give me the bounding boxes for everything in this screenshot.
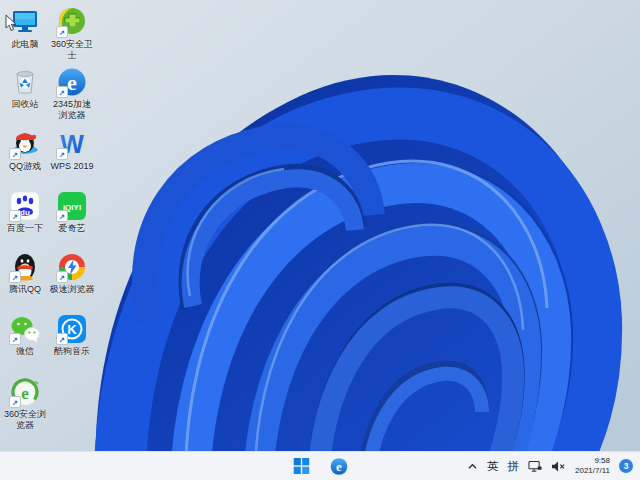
shortcut-arrow-overlay <box>56 333 68 345</box>
wechat-icon <box>9 313 41 345</box>
hidden-icons-chevron-icon[interactable] <box>467 462 478 471</box>
taskbar-center: e <box>291 452 350 480</box>
recycle-bin-icon <box>9 66 41 98</box>
desktop-icon-tencent-qq[interactable]: 腾讯QQ <box>2 251 48 295</box>
icon-label: WPS 2019 <box>49 161 95 172</box>
desktop-icon-kugou[interactable]: K 酷狗音乐 <box>49 313 95 357</box>
desktop-icon-360-safety[interactable]: 360安全卫士 <box>49 6 95 61</box>
shortcut-arrow-overlay <box>9 210 21 222</box>
shortcut-arrow-overlay <box>9 148 21 160</box>
browser-taskbar-button[interactable]: e <box>328 455 350 477</box>
icon-label: 酷狗音乐 <box>49 346 95 357</box>
icon-label: 百度一下 <box>2 223 48 234</box>
desktop-icon-wechat[interactable]: 微信 <box>2 313 48 357</box>
tencent-qq-icon <box>9 251 41 283</box>
taskbar: e 英 拼 9:58 2021/7/11 <box>0 451 640 480</box>
network-icon[interactable] <box>528 460 542 473</box>
360-browser-icon: e <box>9 376 41 408</box>
taskbar-tray: 英 拼 9:58 2021/7/11 3 <box>467 452 633 480</box>
kugou-icon: K <box>56 313 88 345</box>
windows-logo-icon <box>294 458 310 474</box>
ime-pinyin-indicator[interactable]: 拼 <box>508 459 520 474</box>
icon-label: 360安全卫士 <box>49 39 95 61</box>
shortcut-arrow-overlay <box>56 86 68 98</box>
desktop-icon-baidu[interactable]: du 百度一下 <box>2 190 48 234</box>
volume-muted-icon[interactable] <box>551 460 566 473</box>
desktop-icon-iqiyi[interactable]: iQIYI 爱奇艺 <box>49 190 95 234</box>
shortcut-arrow-overlay <box>56 271 68 283</box>
icon-label: 回收站 <box>2 99 48 110</box>
svg-text:e: e <box>336 459 342 474</box>
iqiyi-icon: iQIYI <box>56 190 88 222</box>
ime-english-indicator[interactable]: 英 <box>487 459 499 474</box>
speed-browser-icon <box>56 251 88 283</box>
svg-text:e: e <box>21 384 29 403</box>
clock-date: 2021/7/11 <box>575 466 610 476</box>
shortcut-arrow-overlay <box>9 396 21 408</box>
360-safety-icon <box>56 6 88 38</box>
shortcut-arrow-overlay <box>56 26 68 38</box>
desktop-icon-speed-browser[interactable]: 极速浏览器 <box>49 251 95 295</box>
icon-label: QQ游戏 <box>2 161 48 172</box>
desktop-icon-2345-browser[interactable]: e 2345加速浏览器 <box>49 66 95 121</box>
blue-e-browser-icon: e <box>329 457 348 476</box>
desktop: 此电脑 360安全卫士 回收站 <box>0 0 640 480</box>
desktop-icon-wps[interactable]: W WPS 2019 <box>49 128 95 172</box>
start-button[interactable] <box>291 455 313 477</box>
icon-label: 此电脑 <box>2 39 48 50</box>
svg-text:e: e <box>67 70 77 95</box>
baidu-icon: du <box>9 190 41 222</box>
desktop-icon-recycle-bin[interactable]: 回收站 <box>2 66 48 110</box>
icon-label: 微信 <box>2 346 48 357</box>
2345-browser-icon: e <box>56 66 88 98</box>
shortcut-arrow-overlay <box>9 271 21 283</box>
icon-label: 爱奇艺 <box>49 223 95 234</box>
svg-text:du: du <box>20 208 30 217</box>
clock-time: 9:58 <box>575 456 610 466</box>
clock[interactable]: 9:58 2021/7/11 <box>575 456 610 476</box>
icon-label: 极速浏览器 <box>49 284 95 295</box>
icon-label: 360安全浏览器 <box>2 409 48 431</box>
icon-label: 腾讯QQ <box>2 284 48 295</box>
wallpaper-bloom <box>0 0 640 480</box>
shortcut-arrow-overlay <box>56 210 68 222</box>
desktop-icon-360-browser[interactable]: e 360安全浏览器 <box>2 376 48 431</box>
qq-games-icon <box>9 128 41 160</box>
svg-text:K: K <box>67 322 77 337</box>
shortcut-arrow-overlay <box>9 333 21 345</box>
shortcut-arrow-overlay <box>56 148 68 160</box>
notification-badge[interactable]: 3 <box>619 459 633 473</box>
mouse-cursor <box>5 15 17 32</box>
desktop-icon-qq-games[interactable]: QQ游戏 <box>2 128 48 172</box>
icon-label: 2345加速浏览器 <box>49 99 95 121</box>
wps-icon: W <box>56 128 88 160</box>
